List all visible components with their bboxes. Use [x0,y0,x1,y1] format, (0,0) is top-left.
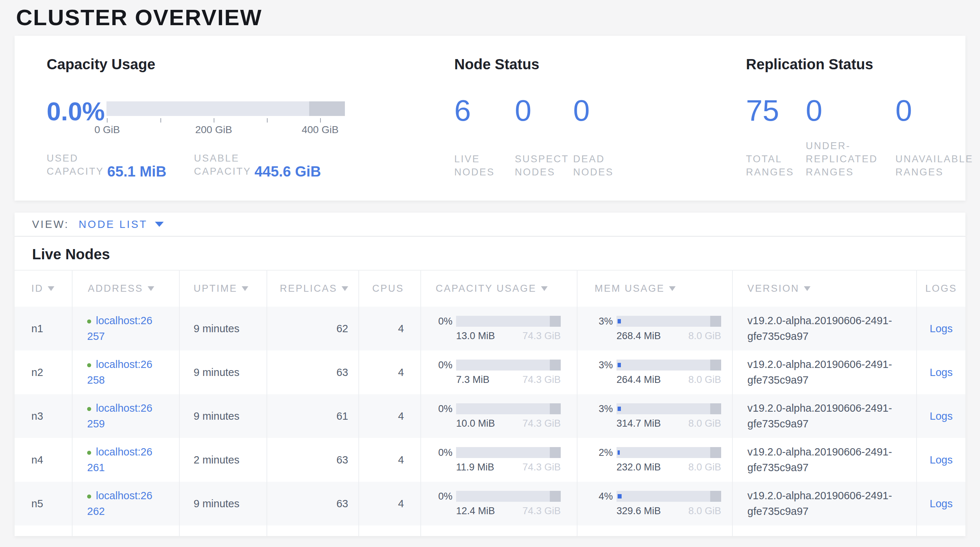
node-address-link[interactable]: localhost:26257 [87,315,153,342]
replication-status-title: Replication Status [746,56,873,73]
live-nodes-panel: Live Nodes ID ADDRESS UPTIME REPLICAS CP… [14,237,966,536]
node-replicas-cell: 63 [267,438,359,482]
node-uptime-cell: 9 minutes [180,350,267,394]
view-selector[interactable]: NODE LIST [79,218,148,231]
column-header-mem-usage[interactable]: MEM USAGE [577,270,732,307]
capacity-bar [107,102,345,116]
node-logs-cell: Logs [916,394,966,438]
view-bar: VIEW: NODE LIST [14,213,966,237]
node-cpus-cell: 4 [359,394,421,438]
table-row: n1 localhost:26257 9 minutes 62 4 0% 13.… [14,307,966,350]
column-header-id[interactable]: ID [14,270,72,307]
capacity-usage-section: Capacity Usage 0.0% 0 GiB 200 GiB 400 Gi… [47,36,437,200]
capacity-axis-labels: 0 GiB 200 GiB 400 GiB [107,124,345,137]
table-row: n3 localhost:26259 9 minutes 61 4 0% 10.… [14,394,966,438]
node-version-cell: v19.2.0-alpha.20190606-2491-gfe735c9a97 [732,438,916,482]
node-logs-cell: Logs [916,438,966,482]
tick-label-200: 200 GiB [195,124,232,136]
sort-desc-icon[interactable] [541,286,547,291]
node-live-status-icon [87,451,91,455]
sort-desc-icon[interactable] [669,286,676,291]
chevron-down-icon[interactable] [155,222,164,227]
node-capacity-cell: 0% 12.4 MiB 74.3 GiB [421,482,577,525]
under-replicated-count: 0 [806,93,822,128]
summary-panel: Capacity Usage 0.0% 0 GiB 200 GiB 400 Gi… [14,36,966,200]
sort-desc-icon[interactable] [242,286,248,291]
node-mem-cell: 3% 314.7 MiB 8.0 GiB [577,394,732,438]
node-replicas-cell: 62 [267,307,359,350]
node-id-cell: n5 [14,482,72,525]
node-address-link[interactable]: localhost:26262 [87,490,153,517]
logs-link[interactable]: Logs [930,498,953,509]
node-mem-cell: 3% 268.4 MiB 8.0 GiB [577,307,732,350]
node-id-cell: n4 [14,438,72,482]
node-mem-cell: 2% 232.0 MiB 8.0 GiB [577,438,732,482]
logs-link[interactable]: Logs [930,454,953,466]
view-label: VIEW: [32,218,69,231]
replication-status-section: Replication Status 75 0 0 TOTAL RANGES U… [746,36,965,200]
sort-desc-icon[interactable] [148,286,154,291]
node-live-status-icon [87,320,91,323]
used-capacity-stat: USED CAPACITY 65.1 MiB [47,152,166,178]
node-status-title: Node Status [454,56,539,73]
node-cpus-cell: 4 [359,307,421,350]
table-row: n4 localhost:26261 2 minutes 63 4 0% 11.… [14,438,966,482]
column-header-replicas[interactable]: REPLICAS [267,270,359,307]
total-ranges-count: 75 [746,93,779,128]
sort-desc-icon[interactable] [342,286,348,291]
node-address-cell: localhost:26259 [72,394,180,438]
node-id-cell: n1 [14,307,72,350]
usable-capacity-value: 445.6 GiB [255,165,321,178]
capacity-usage-bar [456,491,561,502]
live-nodes-label: LIVE NODES [454,153,509,179]
node-uptime-cell: 9 minutes [180,394,267,438]
used-capacity-value: 65.1 MiB [107,165,166,178]
capacity-usage-bar [456,403,561,414]
column-header-uptime[interactable]: UPTIME [180,270,267,307]
column-header-version[interactable]: VERSION [732,270,916,307]
capacity-usage-bar [456,316,561,327]
logs-link[interactable]: Logs [930,323,953,334]
tick-label-400: 400 GiB [302,124,338,136]
node-address-link[interactable]: localhost:26259 [87,402,153,429]
logs-link[interactable]: Logs [930,366,953,378]
node-replicas-cell: 61 [267,394,359,438]
node-logs-cell: Logs [916,350,966,394]
node-id-cell: n3 [14,394,72,438]
sort-desc-icon[interactable] [804,286,810,291]
usable-capacity-stat: USABLE CAPACITY 445.6 GiB [194,152,321,178]
node-uptime-cell: 9 minutes [180,482,267,525]
node-id-cell: n2 [14,350,72,394]
mem-usage-bar [617,359,721,370]
dead-nodes-count: 0 [573,93,590,128]
node-address-cell: localhost:26261 [72,438,180,482]
node-mem-cell: 3% 264.4 MiB 8.0 GiB [577,350,732,394]
node-address-cell: localhost:26257 [72,307,180,350]
live-nodes-title: Live Nodes [32,246,110,262]
tick-label-0: 0 GiB [94,124,120,136]
mem-usage-bar [617,316,721,327]
column-header-address[interactable]: ADDRESS [72,270,180,307]
node-address-link[interactable]: localhost:26261 [87,446,153,473]
unavailable-count: 0 [896,93,912,128]
node-capacity-cell: 0% 7.3 MiB 74.3 GiB [421,350,577,394]
node-version-cell: v19.2.0-alpha.20190606-2491-gfe735c9a97 [732,307,916,350]
capacity-axis-ticks [107,118,345,122]
suspect-nodes-count: 0 [515,93,531,128]
node-cpus-cell: 4 [359,438,421,482]
capacity-usage-bar [456,359,561,370]
usable-capacity-label: USABLE CAPACITY [194,152,252,178]
column-header-capacity-usage[interactable]: CAPACITY USAGE [421,270,577,307]
dead-nodes-label: DEAD NODES [573,153,628,179]
logs-link[interactable]: Logs [930,410,953,422]
mem-usage-bar [617,491,721,502]
capacity-bar-reserved-segment [309,102,345,116]
node-address-link[interactable]: localhost:26258 [87,358,153,386]
node-live-status-icon [87,407,91,411]
capacity-usage-title: Capacity Usage [47,56,155,73]
unavailable-label: UNAVAILABLE RANGES [896,153,980,179]
node-cpus-cell: 4 [359,482,421,525]
node-replicas-cell: 63 [267,350,359,394]
column-header-cpus: CPUS [359,270,421,307]
sort-desc-icon[interactable] [48,286,54,291]
